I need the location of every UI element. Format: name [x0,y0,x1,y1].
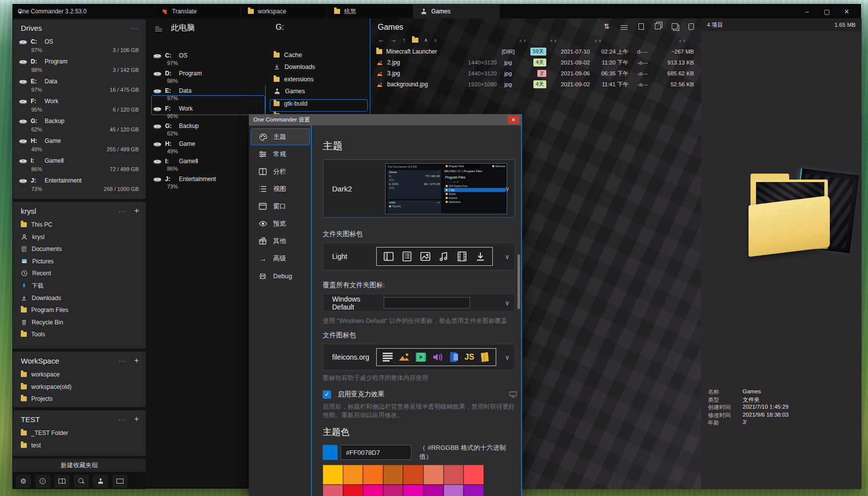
settings-tab-视图[interactable]: 视图 [251,181,310,197]
duplicate-icon[interactable] [672,23,678,29]
theme-dropdown-icon[interactable]: ∨ [505,185,510,192]
sort-chevrons-dims[interactable]: ∧∨ [519,38,527,43]
file-row-Minecraft Launcher[interactable]: Minecraft Launcher[DIR]59天2021-07-1002:2… [370,46,701,57]
collapse-chevron-icon[interactable]: ‹ [138,208,139,213]
settings-tab-常规[interactable]: 常规 [251,146,310,163]
drive-row-H[interactable]: H:Game49%255 / 499 GB [13,135,146,155]
folder-history-icon[interactable] [412,38,418,43]
palette-swatch[interactable] [463,465,484,485]
palette-swatch[interactable] [343,465,363,485]
file-row-3.jpg[interactable]: 3.jpg1440×3120jpg3'2021-09-0606:35 下午-a-… [370,68,701,79]
favorite-Pictures[interactable]: Pictures [13,255,146,267]
drive-row-I[interactable]: I:GameⅡ86%72 / 499 GB [13,155,146,175]
test-add-button[interactable]: + [134,415,139,424]
paste-icon[interactable] [689,23,694,30]
tab-workspace[interactable]: workspace [241,4,327,18]
acrylic-checkbox[interactable]: ✓ [323,390,331,399]
settings-icon[interactable]: ⚙ [16,475,31,488]
theme-color-swatch[interactable] [323,445,338,460]
palette-swatch[interactable] [323,485,343,496]
override-selector[interactable]: Windows Default ∨ [323,294,515,312]
favorite-Downloads[interactable]: Downloads [13,292,146,304]
search-icon[interactable] [74,475,89,488]
sort-icon[interactable]: ⇅ [604,22,610,31]
tab-Games[interactable]: Games [413,4,500,18]
drive-row-D[interactable]: D:Program98%3 / 142 GB [13,56,146,76]
palette-swatch[interactable] [363,485,383,496]
view-list-icon[interactable] [621,24,628,31]
drive-row-E[interactable]: E:Data97%16 / 475 GB [13,76,146,96]
theme-selector[interactable]: Dark2 One Commander v3 β.305 Program Fil… [323,159,515,218]
workspace-item-workspace[interactable]: workspace [13,369,146,380]
forward-icon[interactable]: → [390,36,397,44]
palette-swatch[interactable] [323,465,343,485]
sort-desc-icon[interactable]: ∨ [434,37,437,43]
folder-pack-dropdown-icon[interactable]: ∨ [505,253,510,260]
test-menu-button[interactable]: ··· [118,416,126,423]
palette-swatch[interactable] [423,485,444,496]
new-file-icon[interactable] [638,23,644,30]
palette-swatch[interactable] [463,485,484,496]
copy-icon[interactable] [655,23,661,29]
tab-Translate[interactable]: Translate [155,4,241,18]
g-item-extensions[interactable]: extensions [274,73,367,85]
dialog-scrollbar[interactable] [518,254,520,309]
settings-tab-窗口[interactable]: 窗口 [251,198,310,215]
thispc-row-G[interactable]: G:Backup62% [153,122,265,139]
palette-swatch[interactable] [403,465,423,485]
drives-menu-button[interactable]: ··· [131,24,139,32]
workspace-item-Projects[interactable]: Projects [13,393,146,405]
settings-tab-主题[interactable]: 主题 [251,128,310,145]
settings-tab-其他[interactable]: 其他 [251,233,310,249]
favorite-Recycle Bin[interactable]: Recycle Bin [13,316,146,328]
palette-swatch[interactable] [444,465,464,485]
thispc-row-J[interactable]: J:Entertainment73% [153,175,265,192]
file-row-2.jpg[interactable]: 2.jpg1440×3120jpg4天2021-09-0211:20 下午-a-… [370,57,701,68]
test-item-test[interactable]: test [13,439,146,451]
workspace-add-button[interactable]: + [134,356,139,365]
info-icon[interactable]: i [35,475,50,488]
folder-pack-selector[interactable]: Light ∨ [323,243,515,270]
up-icon[interactable]: ↑ [403,36,406,44]
sort-asc-icon[interactable]: ∧ [424,37,428,43]
settings-tab-高级[interactable]: →高级 [251,250,310,267]
favorite-krysl[interactable]: krysl [13,231,146,243]
dialog-close-button[interactable]: ✕ [508,116,520,124]
palette-swatch[interactable] [423,465,444,485]
favorite-Program Files[interactable]: Program Files [13,304,146,316]
favorite-下载[interactable]: 下载 [13,280,146,292]
drive-row-C[interactable]: C:OS97%3 / 106 GB [13,36,146,56]
theme-color-input[interactable] [341,445,411,460]
favorite-This PC[interactable]: This PC [13,219,146,231]
g-item-Games[interactable]: Games [274,86,367,97]
override-dropdown-icon[interactable]: ∨ [505,299,510,307]
dual-pane-icon[interactable] [55,475,69,488]
palette-swatch[interactable] [403,485,423,496]
drive-row-F[interactable]: F:Work95%6 / 120 GB [13,96,146,116]
drive-row-J[interactable]: J:Entertainment73%268 / 1000 GB [13,175,146,195]
settings-tab-Debug[interactable]: Debug [251,267,310,284]
file-row-background.jpg[interactable]: background.jpg1920×1080jpg4天2021-09-0211… [370,79,701,90]
sort-chevrons-type[interactable]: ∧∨ [550,38,558,43]
favorite-Recent[interactable]: Recent [13,267,146,279]
file-pack-dropdown-icon[interactable]: ∨ [505,354,510,361]
override-input[interactable] [384,297,470,309]
g-item-Cache[interactable]: Cache [274,49,367,61]
new-favorites-group-button[interactable]: 新建收藏夹组 [13,459,146,472]
joystick-icon[interactable] [93,475,108,488]
palette-swatch[interactable] [343,485,363,496]
palette-swatch[interactable] [383,485,404,496]
palette-swatch[interactable] [363,465,383,485]
thispc-row-H[interactable]: H:Game49% [153,139,265,157]
dialog-titlebar[interactable]: One Commander 设置 ✕ [249,114,521,125]
close-button[interactable]: ✕ [837,4,857,18]
workspace-item-workspace(old)[interactable]: workspace(old) [13,381,146,393]
palette-swatch[interactable] [444,485,464,496]
thispc-row-C[interactable]: C:OS97% [153,51,265,68]
thispc-row-I[interactable]: I:GameⅡ86% [153,157,265,174]
workspace-menu-button[interactable]: ··· [118,357,126,365]
test-item-_TEST Folder[interactable]: _TEST Folder [13,427,146,439]
tab-炫黑[interactable]: 炫黑 [327,4,413,18]
palette-swatch[interactable] [383,465,404,485]
file-pack-selector[interactable]: fileicons.org JS ∨ [323,344,515,371]
